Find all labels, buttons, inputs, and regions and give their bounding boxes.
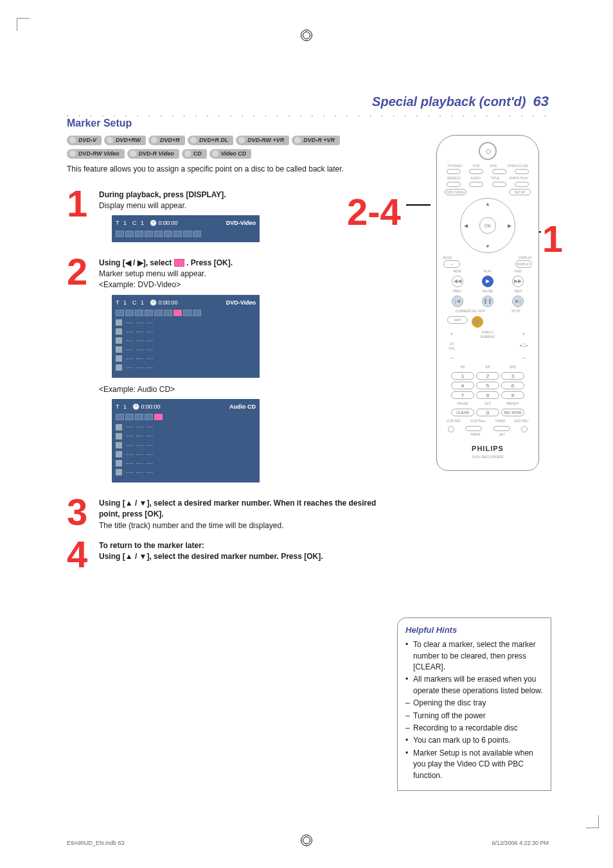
number-pad: 123 456 789: [442, 372, 533, 399]
remote-label: TV/VIDEO: [447, 164, 462, 168]
skip-button: SKIP: [447, 316, 468, 324]
rec-dot: [521, 426, 528, 432]
remote-label: VCR Plus+: [470, 419, 486, 423]
osd-mode: Audio CD: [229, 403, 256, 411]
clear-button: CLEAR: [451, 409, 474, 416]
star-icon: [116, 469, 122, 475]
remote-label: SET: [499, 432, 505, 437]
step-number: 2: [67, 255, 93, 489]
dpad: OK ▲ ▼ ◀ ▶: [460, 198, 515, 253]
remote-label: AUDIO: [470, 176, 481, 181]
step-4-bold-1: To return to the marker later:: [99, 541, 204, 550]
vol-down: –: [518, 354, 529, 362]
star-icon: [116, 355, 122, 362]
left-arrow-icon: ◀: [464, 222, 468, 230]
hint-item: All markers will be erased when you oper…: [405, 674, 543, 696]
remote-label: TIMER: [495, 419, 506, 423]
prev-button: |◀: [452, 296, 463, 307]
disc-badge: Video CD: [209, 149, 252, 159]
disc-badge: DVD-R +VR: [292, 136, 340, 145]
num-button: 0: [476, 409, 499, 416]
marker-slot: --- --- ---: [126, 432, 154, 440]
remote-button: [447, 182, 461, 187]
osd-c-label: C: [132, 220, 137, 226]
hint-item: You can mark up to 6 points.: [405, 735, 543, 746]
remote-label: HD: [451, 365, 474, 369]
remote-illustration: TV/VIDEOVCRDVDOPEN/CLOSE SEARCHAUDIOTITL…: [427, 135, 549, 471]
remote-button: [492, 169, 506, 174]
remote-button: [515, 182, 529, 187]
remote-label: TITLE: [491, 176, 500, 181]
marker-slot: --- --- ---: [126, 459, 154, 468]
remote-label: REPEAT: [501, 402, 524, 406]
example-1-label: <Example: DVD-Video>: [99, 279, 260, 290]
helpful-hints-box: Helpful Hints To clear a marker, select …: [397, 617, 551, 791]
remote-label: PAUSE: [451, 402, 474, 406]
remote-label: VCR REC: [447, 419, 461, 423]
step-number: 3: [67, 495, 93, 531]
step-2: 2 Using [◀ / ▶], select . Press [OK]. Ma…: [67, 255, 388, 489]
step-1-text: Display menu will appear.: [99, 200, 260, 211]
star-icon: [116, 424, 122, 430]
num-button: 8: [476, 391, 499, 399]
osd-marker-list: --- --- --- --- --- --- --- --- --- --- …: [116, 319, 256, 372]
remote-label: TIMER: [470, 432, 481, 437]
step-number: 1: [67, 187, 93, 249]
remote-label: DUBBING: [481, 335, 495, 339]
step-2-text: Marker setup menu will appear.: [99, 269, 260, 279]
num-button: 7: [451, 391, 474, 399]
down-arrow-icon: ▼: [485, 243, 490, 251]
step-number: 4: [67, 538, 93, 571]
rew-button: ◀◀: [452, 276, 463, 287]
remote-button: [469, 182, 483, 187]
osd-time: 0:00:00: [141, 403, 161, 410]
hint-item: Recording to a recordable disc: [405, 723, 543, 734]
osd-mode: DVD-Video: [226, 219, 256, 227]
remote-label: SPD: [501, 365, 524, 369]
marker-icon: [174, 259, 184, 267]
osd-t-label: T: [116, 220, 120, 226]
remote-label: DVD: [490, 164, 497, 168]
marker-slot: --- --- ---: [126, 319, 154, 327]
osd-icon-strip: [116, 231, 256, 237]
marker-slot: --- --- ---: [126, 364, 154, 372]
marker-slot: --- --- ---: [126, 468, 154, 477]
osd-t-value: 1: [123, 299, 127, 306]
right-arrow-icon: ▶: [508, 222, 511, 230]
ch-down: –: [446, 354, 458, 362]
osd-t-value: 1: [123, 220, 127, 226]
osd-c-value: 1: [141, 299, 144, 306]
remote-label: CH VOL: [446, 342, 458, 351]
crop-mark: [586, 815, 599, 828]
setup-button: SETUP: [509, 189, 531, 195]
disc-badge: DVD-RW Video: [67, 149, 125, 159]
disc-badge: DVD-R Video: [127, 149, 179, 159]
num-button: 5: [476, 382, 499, 389]
step-4: 4 To return to the marker later: Using […: [67, 538, 388, 571]
remote-label: FWD: [515, 269, 522, 274]
step-3-text: The title (track) number and the time wi…: [99, 520, 388, 531]
remote-label: RAPID PLAY: [510, 176, 528, 181]
sub-brand-label: DVD RECORDER: [442, 454, 533, 460]
star-icon: [116, 337, 122, 344]
step-3: 3 Using [▲ / ▼], select a desired marker…: [67, 495, 388, 531]
remote-label: DVD REC: [514, 419, 529, 423]
rec-dot: [448, 426, 454, 432]
footer-right: 6/12/2006 4:22:30 PM: [492, 839, 549, 847]
step-2-bold-post: . Press [OK].: [184, 258, 233, 267]
hint-item: Turning off the power: [405, 711, 543, 722]
recmode-button: REC MODE: [501, 409, 524, 416]
marker-slot: --- --- ---: [126, 441, 154, 450]
registration-mark-icon: [301, 30, 312, 41]
hint-item: Opening the disc tray: [405, 698, 543, 709]
display-button: DISPLAY: [515, 260, 532, 268]
step-2-bold-pre: Using [◀ / ▶], select: [99, 258, 174, 267]
remote-label: VCR: [473, 164, 480, 168]
marker-slot: --- --- ---: [126, 328, 154, 336]
disc-badges-row-2: DVD-RW Video DVD-R Video CD Video CD: [67, 149, 388, 159]
star-icon: [116, 460, 122, 466]
disc-badges-row-1: DVD-V DVD+RW DVD+R DVD+R DL DVD-RW +VR D…: [67, 136, 388, 145]
callout-range-text: 2-4: [347, 191, 401, 233]
num-button: 1: [451, 372, 474, 380]
osd-time: 0:00:00: [159, 220, 178, 226]
